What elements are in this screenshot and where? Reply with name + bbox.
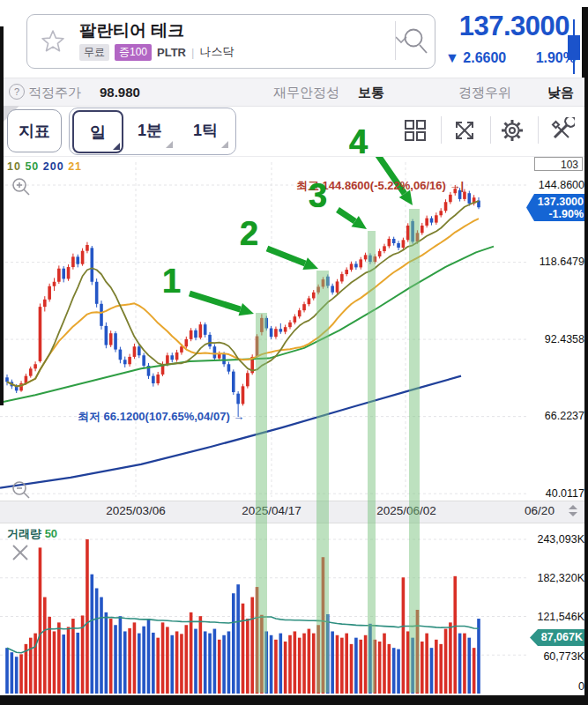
free-badge: 무료 — [79, 44, 109, 61]
volume-bar — [242, 604, 245, 694]
volume-bar — [15, 657, 19, 694]
candle-body — [208, 335, 212, 346]
volume-bar — [388, 644, 391, 694]
candle-body — [109, 333, 113, 345]
spinner-down-icon[interactable] — [569, 512, 577, 516]
volume-axis-label: 182,320K — [505, 572, 584, 584]
candle-body — [95, 282, 99, 304]
margin-badge: 증100 — [115, 44, 152, 61]
candle-body — [359, 259, 362, 267]
volume-bar — [152, 633, 155, 694]
ma200-line — [0, 376, 461, 488]
candle-body — [119, 350, 123, 360]
volume-bar — [425, 634, 428, 694]
volume-bar — [227, 631, 231, 694]
candle-body — [166, 355, 169, 364]
price-change-row: ▼ 2.6600 1.90% — [445, 50, 576, 66]
candle-body — [435, 215, 438, 222]
candle-body — [175, 352, 179, 360]
volume-bar — [91, 575, 94, 694]
timeframe-day-button[interactable]: 일 — [72, 110, 123, 153]
volume-bar — [95, 588, 99, 694]
high-annotation-arrow: →| — [449, 179, 464, 192]
volume-legend-label: 거래량 — [7, 527, 41, 540]
volume-bar — [185, 625, 189, 694]
volume-axis-label: 243,093K — [505, 533, 584, 545]
help-icon[interactable]: ? — [9, 84, 25, 100]
candle-body — [43, 300, 47, 307]
settings-button[interactable] — [495, 114, 528, 146]
candle-body — [123, 360, 127, 364]
price-axis-label: 92.4358 — [505, 333, 584, 345]
candle-body — [180, 346, 183, 352]
candle-body — [39, 307, 42, 361]
candle-body — [48, 286, 51, 300]
highlight-band-2 — [316, 271, 329, 693]
volume-axis-label: 60,773K — [505, 650, 584, 663]
candle-body — [402, 240, 406, 248]
fair-price-label: 적정주가 — [28, 85, 81, 101]
volume-axis-label: 121,546K — [505, 611, 584, 623]
volume-bar — [354, 638, 358, 694]
volume-ma-badge: 87,067K — [530, 629, 588, 646]
fullscreen-button[interactable] — [448, 114, 480, 146]
indicator-button[interactable]: 지표 — [7, 109, 62, 152]
frame-edge-bottom — [0, 695, 588, 705]
tools-button[interactable] — [545, 114, 577, 146]
volume-bar — [119, 616, 123, 694]
volume-bar — [57, 622, 61, 694]
volume-bar — [392, 648, 396, 694]
moat-value: 낮음 — [547, 85, 574, 101]
volume-bar — [250, 597, 254, 694]
volume-legend: 거래량 50 — [7, 526, 57, 542]
timeframe-tick-button[interactable]: 1틱 — [181, 110, 230, 150]
volume-bar — [383, 634, 386, 694]
search-icon[interactable] — [402, 26, 430, 56]
fair-price-value: 98.980 — [100, 85, 140, 100]
candle-body — [288, 323, 292, 327]
price-axis-label: 66.2237 — [505, 410, 584, 422]
close-icon[interactable] — [11, 543, 30, 562]
candle-body — [185, 339, 189, 346]
favorite-star-icon[interactable] — [38, 27, 68, 57]
volume-bar — [246, 619, 249, 694]
axis-spinner[interactable] — [569, 505, 577, 516]
volume-bar — [43, 597, 47, 694]
volume-bar — [340, 638, 344, 694]
candle-body — [444, 202, 448, 211]
volume-bar — [133, 622, 137, 694]
volume-bar — [142, 627, 145, 694]
moat-label: 경쟁우위 — [458, 85, 511, 101]
volume-bar — [397, 649, 400, 694]
volume-bar — [100, 597, 103, 694]
volume-bar — [180, 634, 183, 694]
volume-bar — [350, 644, 354, 694]
candle-body — [345, 270, 348, 274]
spinner-up-icon[interactable] — [569, 505, 577, 509]
step-marker-4: 4 — [349, 125, 368, 159]
volume-bar — [76, 633, 79, 694]
candle-body — [274, 329, 278, 337]
volume-bar — [298, 638, 301, 694]
candle-body — [152, 376, 155, 383]
price-axis-label: 40.0117 — [505, 487, 584, 500]
zoom-in-icon[interactable] — [11, 176, 32, 197]
candle-body — [33, 364, 37, 368]
low-annotation: 최저 66.1200(107.65%,04/07) → — [78, 409, 244, 425]
time-axis-label: 2025/04/17 — [242, 504, 301, 517]
candle-body — [421, 226, 424, 233]
expand-icon — [451, 117, 478, 144]
bar-count-box[interactable]: 103 — [534, 157, 583, 171]
volume-bar — [288, 635, 292, 694]
volume-bar — [190, 612, 193, 694]
timeframe-minute-button[interactable]: 1분 — [125, 110, 175, 150]
volume-bar — [213, 629, 217, 694]
candle-body — [29, 368, 33, 375]
volume-bar — [236, 584, 240, 694]
zoom-out-icon[interactable] — [11, 479, 32, 501]
toolbar-divider — [490, 116, 491, 144]
volume-bar — [199, 616, 203, 694]
volume-bar — [128, 628, 131, 694]
candle-body — [397, 243, 400, 248]
layout-grid-button[interactable] — [398, 114, 431, 146]
